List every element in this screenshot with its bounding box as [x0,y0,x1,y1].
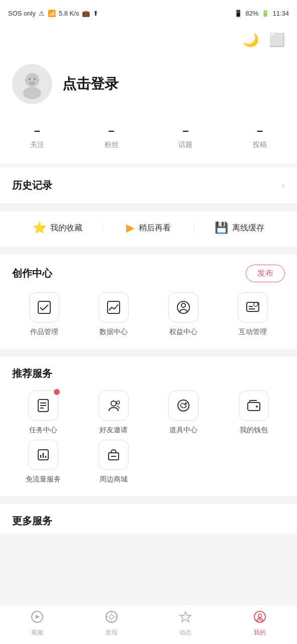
speed-text: 5.8 K/s [59,10,79,17]
follow-label: 关注 [30,140,44,149]
nav-discover[interactable]: 发现 [96,610,127,637]
alert-icon: ⚠ [39,10,45,17]
creation-item-interact[interactable]: 互动管理 [221,292,285,337]
bottom-nav: 视频 发现 动态 [0,605,297,644]
quick-link-favorites[interactable]: ⭐ 我的收藏 [12,221,103,234]
watchlater-text: 稍后再看 [139,223,171,233]
creation-icon-grid: 作品管理 数据中心 权益中心 [12,292,285,337]
status-right: 📱 82% 🔋 11:34 [234,10,289,17]
fans-value: – [109,124,115,137]
creation-item-rights[interactable]: 权益中心 [151,292,216,337]
offline-text: 离线缓存 [232,223,264,233]
friends-label: 好友邀请 [100,426,128,435]
svg-point-21 [256,406,258,408]
nav-mine[interactable]: 我的 [245,610,275,637]
svg-point-9 [254,302,258,306]
svg-point-3 [34,78,36,80]
svg-rect-4 [38,301,50,313]
stat-follow[interactable]: – 关注 [30,124,44,149]
interact-icon [245,299,261,315]
service-grid-row1: 任务中心 好友邀请 道具中心 [12,390,285,435]
status-bar: SOS only ⚠ 📶 5.8 K/s 💼 ⬆ 📱 82% 🔋 11:34 [0,0,297,26]
stat-fans[interactable]: – 粉丝 [105,124,119,149]
svg-point-17 [117,401,120,404]
merchandise-icon [106,447,122,463]
creation-item-works[interactable]: 作品管理 [12,292,76,337]
free-traffic-label: 免流量服务 [26,475,61,484]
post-value: – [257,124,263,137]
offline-icon: 💾 [215,221,228,234]
nav-dynamic[interactable]: 动态 [170,610,201,637]
stat-topic[interactable]: – 话题 [178,124,192,149]
post-label: 投稿 [253,140,267,149]
rights-icon [175,299,191,315]
svg-point-0 [25,73,39,87]
props-icon [175,397,191,414]
nav-video-label: 视频 [31,628,43,637]
publish-button[interactable]: 发布 [246,265,285,282]
merchandise-icon-box [98,440,129,470]
friends-icon [106,397,122,414]
nav-video[interactable]: 视频 [22,610,52,637]
task-badge [54,389,60,395]
storage-icon: 💼 [82,10,90,17]
creation-item-data[interactable]: 数据中心 [81,292,146,337]
avatar[interactable] [12,64,52,104]
scan-icon[interactable]: ⬜ [269,32,285,48]
battery-icon: 🔋 [261,10,269,17]
favorites-text: 我的收藏 [50,223,82,233]
history-title: 历史记录 [12,179,52,192]
data-label: 数据中心 [100,328,128,337]
divider-2 [0,251,297,255]
creation-title: 创作中心 [12,267,52,280]
svg-point-7 [181,303,185,307]
task-icon [35,397,51,414]
phone-icon: 📱 [234,10,242,17]
service-props[interactable]: 道具中心 [153,390,215,435]
wallet-icon-box [239,390,269,421]
free-traffic-icon-box [28,440,58,470]
svg-point-18 [178,400,189,411]
service-friends[interactable]: 好友邀请 [82,390,145,435]
service-free-traffic[interactable]: 免流量服务 [12,440,74,484]
wallet-icon [246,397,262,414]
svg-point-1 [23,87,41,99]
props-label: 道具中心 [169,426,197,435]
upload-icon: ⬆ [93,10,98,17]
data-icon [106,299,122,315]
quick-links: ⭐ 我的收藏 ▶ 稍后再看 💾 离线缓存 [0,211,297,247]
stat-post[interactable]: – 投稿 [253,124,267,149]
login-text[interactable]: 点击登录 [62,74,119,94]
svg-point-2 [29,78,31,80]
svg-marker-36 [180,612,191,622]
free-traffic-icon [35,447,51,463]
svg-rect-20 [248,403,260,411]
task-icon-box [28,390,58,421]
quick-link-watchlater[interactable]: ▶ 稍后再看 [103,221,194,234]
service-task[interactable]: 任务中心 [12,390,74,435]
watchlater-icon: ▶ [126,221,135,234]
friends-icon-box [98,390,129,421]
creation-section: 创作中心 发布 作品管理 数据中心 [0,255,297,349]
recommended-title: 推荐服务 [12,367,285,380]
rights-icon-box [168,292,199,323]
fans-label: 粉丝 [105,140,119,149]
top-action-bar: 🌙 ⬜ [0,26,297,54]
history-section[interactable]: 历史记录 › [0,168,297,203]
topic-label: 话题 [178,140,192,149]
nav-mine-icon [253,610,266,626]
svg-point-19 [185,403,187,405]
nav-mine-label: 我的 [254,628,266,637]
divider-4 [0,500,297,504]
task-label: 任务中心 [29,426,57,435]
quick-link-offline[interactable]: 💾 离线缓存 [194,221,285,234]
svg-point-38 [258,614,262,618]
service-merchandise[interactable]: 周边商城 [82,440,145,484]
favorites-icon: ⭐ [33,221,46,234]
history-chevron: › [281,180,285,191]
service-wallet[interactable]: 我的钱包 [223,390,285,435]
data-icon-box [98,292,129,323]
dark-mode-icon[interactable]: 🌙 [243,32,259,48]
nav-video-icon [31,610,44,626]
profile-section[interactable]: 点击登录 [0,54,297,119]
